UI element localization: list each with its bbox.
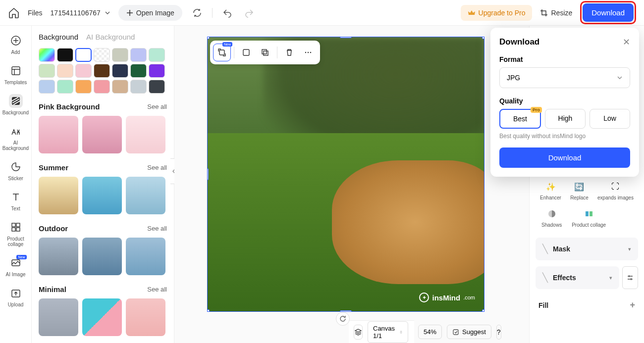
nav-ai-image[interactable]: New AI Image — [2, 256, 30, 277]
open-image-button[interactable]: Open Image — [118, 5, 182, 21]
nav-text[interactable]: Text — [2, 190, 30, 211]
duplicate-button[interactable] — [256, 44, 274, 61]
help-button[interactable]: ? — [496, 325, 501, 340]
sync-icon[interactable] — [190, 6, 204, 20]
undo-icon[interactable] — [220, 6, 234, 20]
color-swatch[interactable] — [94, 48, 110, 62]
resize-handle[interactable] — [482, 309, 484, 312]
bg-thumb[interactable] — [126, 116, 165, 153]
shadows-icon — [545, 207, 558, 220]
bg-thumb[interactable] — [39, 238, 78, 275]
canvas-image[interactable]: ✦ insMind.com — [207, 37, 484, 312]
tool-shadows[interactable]: Shadows — [541, 207, 562, 228]
nav-sticker[interactable]: Sticker — [2, 160, 30, 181]
color-swatch[interactable] — [39, 64, 55, 78]
section-fill[interactable]: Fill + — [536, 295, 638, 315]
redo-icon[interactable] — [242, 6, 256, 20]
upgrade-button[interactable]: Upgrade to Pro — [461, 5, 533, 21]
color-swatch[interactable] — [75, 64, 92, 78]
resize-handle[interactable] — [207, 309, 210, 312]
resize-handle[interactable] — [340, 37, 352, 38]
bg-thumb[interactable] — [126, 177, 165, 214]
tool-replace[interactable]: 🔄Replace — [570, 180, 589, 200]
tab-ai-background[interactable]: AI Background — [86, 33, 135, 41]
nav-product-collage[interactable]: Product collage — [2, 220, 30, 247]
see-all-minimal[interactable]: See all — [147, 286, 167, 293]
bg-thumb[interactable] — [82, 298, 122, 336]
section-mask[interactable]: ╲ Mask ▾ — [536, 238, 638, 260]
color-swatch[interactable] — [130, 64, 147, 78]
color-swatch[interactable] — [75, 48, 92, 62]
chevron-down-icon: ▾ — [628, 246, 631, 252]
tool-enhancer[interactable]: ✨Enhancer — [540, 180, 561, 200]
nav-upload[interactable]: Upload — [2, 286, 30, 307]
color-swatch[interactable] — [94, 64, 110, 78]
see-all-outdoor[interactable]: See all — [147, 225, 167, 232]
tool-product-collage[interactable]: Product collage — [572, 207, 606, 228]
color-swatch[interactable] — [94, 80, 110, 94]
canvas-selector[interactable]: Canvas 1/1 — [368, 321, 408, 343]
color-swatch[interactable] — [75, 80, 92, 94]
home-icon[interactable] — [8, 7, 20, 19]
resize-handle[interactable] — [482, 37, 484, 39]
see-all-pink[interactable]: See all — [147, 103, 167, 110]
download-action-button[interactable]: Download — [499, 147, 630, 168]
color-swatch[interactable] — [149, 64, 165, 78]
nav-ai-bg-label: AI Background — [2, 140, 30, 151]
format-select[interactable]: JPG — [499, 67, 630, 88]
color-swatch[interactable] — [130, 48, 147, 62]
bg-thumb[interactable] — [39, 177, 78, 214]
nav-ai-image-label: AI Image — [5, 272, 25, 277]
section-effects[interactable]: ╲ Effects ▾ — [536, 266, 619, 289]
color-swatch[interactable] — [149, 80, 165, 94]
canvas-bottombar: Canvas 1/1 54% Suggest ? — [349, 320, 414, 343]
crop-button[interactable] — [237, 44, 255, 61]
color-swatch[interactable] — [57, 64, 73, 78]
bg-thumb[interactable] — [82, 177, 122, 214]
color-swatch[interactable] — [39, 48, 55, 62]
bg-thumb[interactable] — [82, 238, 122, 275]
bg-thumb[interactable] — [39, 116, 78, 153]
color-swatch[interactable] — [57, 48, 73, 62]
mask-icon: ╲ — [542, 244, 548, 254]
more-button[interactable] — [299, 44, 317, 61]
quality-low[interactable]: Low — [590, 109, 630, 129]
see-all-summer[interactable]: See all — [147, 164, 167, 171]
bg-tabs: Background AI Background — [39, 33, 167, 41]
color-swatch[interactable] — [112, 80, 128, 94]
resize-handle[interactable] — [207, 168, 209, 180]
refresh-icon[interactable] — [336, 312, 350, 326]
layers-button[interactable] — [354, 325, 363, 340]
color-swatch[interactable] — [57, 80, 73, 94]
tab-background[interactable]: Background — [39, 33, 78, 41]
suggest-button[interactable]: Suggest — [447, 325, 491, 339]
quality-best[interactable]: Pro Best — [499, 109, 541, 129]
resize-handle[interactable] — [207, 37, 210, 39]
nav-ai-background[interactable]: AI Background — [2, 124, 30, 151]
color-swatch[interactable] — [112, 48, 128, 62]
nav-background[interactable]: Background — [2, 94, 30, 115]
canvas-label: Canvas 1/1 — [373, 325, 396, 340]
adjust-button[interactable] — [622, 266, 638, 289]
nav-add[interactable]: Add — [2, 34, 30, 55]
tool-expand[interactable]: ⛶expands images — [597, 180, 634, 200]
color-swatch[interactable] — [130, 80, 147, 94]
resize-button[interactable]: Resize — [540, 9, 572, 17]
color-swatch[interactable] — [39, 80, 55, 94]
delete-button[interactable] — [280, 44, 298, 61]
download-button[interactable]: Download — [583, 3, 634, 22]
files-link[interactable]: Files — [28, 9, 43, 17]
ai-expand-button[interactable]: New — [213, 44, 231, 61]
nav-templates[interactable]: Templates — [2, 64, 30, 85]
bg-thumb[interactable] — [82, 116, 122, 153]
color-swatch[interactable] — [149, 48, 165, 62]
quality-high[interactable]: High — [545, 109, 586, 129]
zoom-level[interactable]: 54% — [418, 325, 442, 339]
bg-thumb[interactable] — [126, 298, 165, 336]
color-swatch[interactable] — [112, 64, 128, 78]
pro-badge: Pro — [531, 107, 542, 113]
close-icon[interactable]: ✕ — [623, 37, 630, 48]
bg-thumb[interactable] — [126, 238, 165, 275]
bg-thumb[interactable] — [39, 298, 78, 336]
project-name-dropdown[interactable]: 1715411106767 — [51, 9, 110, 17]
